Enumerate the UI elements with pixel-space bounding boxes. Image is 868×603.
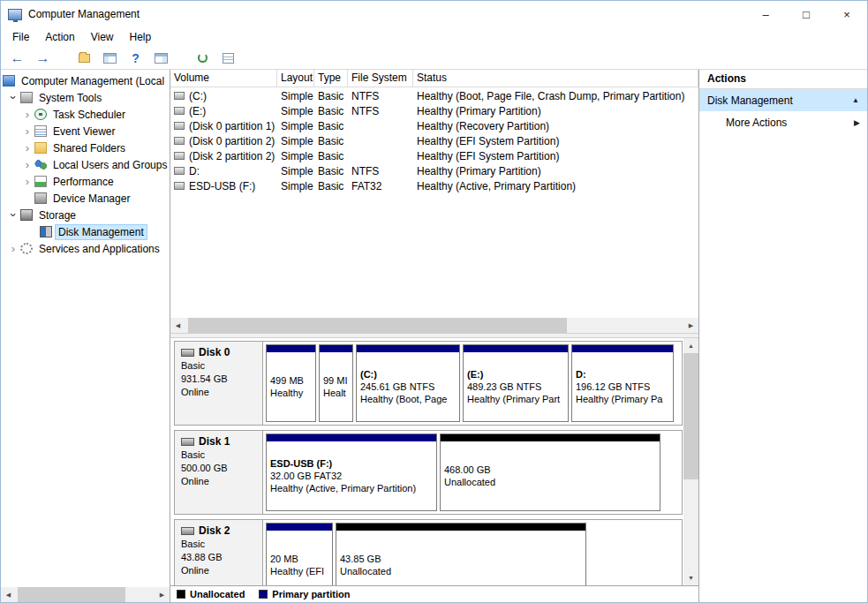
partition[interactable]: 468.00 GB Unallocated	[440, 433, 660, 511]
volume-icon	[174, 167, 185, 175]
expander-icon[interactable]	[20, 159, 34, 170]
actions-item-disk-management[interactable]: Disk Management ▲	[699, 89, 867, 111]
expander-icon[interactable]	[20, 142, 34, 154]
tree-item[interactable]: System Tools	[1, 89, 170, 106]
expander-icon[interactable]	[20, 109, 34, 120]
partition[interactable]: 499 MB Healthy	[266, 344, 316, 422]
disk-name: Disk 0	[199, 346, 230, 359]
volume-name: (E:)	[189, 105, 206, 117]
tree-item[interactable]: Shared Folders	[1, 139, 170, 156]
close-button[interactable]: ×	[826, 1, 867, 27]
legend-swatch	[177, 590, 185, 599]
actions-item-more-actions[interactable]: More Actions ▶	[699, 111, 867, 133]
menubar: File Action View Help	[1, 27, 867, 47]
tree-item[interactable]: Event Viewer	[1, 123, 170, 139]
scroll-left-icon[interactable]: ◀	[170, 318, 185, 333]
disk-size: 500.00 GB	[181, 462, 256, 475]
back-button[interactable]: ←	[6, 49, 28, 68]
column-header-file-system[interactable]: File System	[348, 70, 413, 87]
partition-line-2: Healthy (EFI	[270, 565, 328, 577]
disk-drive-icon	[181, 527, 194, 535]
help-icon: ?	[132, 51, 140, 65]
volume-row[interactable]: (Disk 2 partition 2) Simple Basic Health…	[170, 148, 698, 163]
show-hide-action-pane-button[interactable]	[150, 49, 172, 68]
partition[interactable]: 99 MI Healt	[319, 344, 353, 422]
menu-item[interactable]: File	[4, 29, 37, 45]
partition[interactable]: ESD-USB (F:) 32.00 GB FAT32 Healthy (Act…	[266, 433, 437, 511]
disk-management-icon	[40, 226, 52, 237]
volume-row[interactable]: (Disk 0 partition 2) Simple Basic Health…	[170, 133, 698, 148]
maximize-button[interactable]: □	[786, 1, 826, 27]
scrollbar-thumb[interactable]	[188, 318, 567, 333]
disk2-header[interactable]: Disk 2 Basic 43.88 GB Online	[175, 520, 263, 585]
partition-line-1: 43.85 GB	[340, 553, 582, 565]
properties-button[interactable]	[217, 49, 239, 68]
expander-icon[interactable]	[20, 176, 34, 187]
partition-color-bar	[267, 434, 436, 441]
scroll-right-icon[interactable]: ▶	[155, 587, 170, 602]
disk1-header[interactable]: Disk 1 Basic 500.00 GB Online	[175, 431, 263, 514]
disk0-header[interactable]: Disk 0 Basic 931.54 GB Online	[175, 342, 263, 425]
system-tools-icon	[20, 92, 33, 103]
volume-row[interactable]: ESD-USB (F:) Simple Basic FAT32 Healthy …	[170, 178, 698, 193]
up-level-button[interactable]	[73, 49, 95, 68]
menu-item[interactable]: Help	[122, 29, 160, 45]
tree-item[interactable]: Performance	[1, 173, 170, 190]
scroll-up-icon[interactable]: ▲	[683, 338, 698, 353]
column-header-type[interactable]: Type	[314, 70, 348, 87]
tree-item[interactable]: Services and Applications	[1, 240, 170, 257]
volume-icon	[174, 137, 185, 145]
menu-item[interactable]: Action	[37, 29, 82, 45]
show-hide-console-tree-button[interactable]	[99, 49, 121, 68]
partition[interactable]: (E:) 489.23 GB NTFS Healthy (Primary Par…	[463, 344, 569, 422]
volume-list-horizontal-scrollbar[interactable]: ◀ ▶	[170, 318, 698, 333]
volume-row[interactable]: (E:) Simple Basic NTFS Healthy (Primary …	[170, 103, 698, 118]
volume-status: Healthy (Active, Primary Partition)	[413, 180, 698, 192]
main-area: Computer Management (Local System Tools …	[1, 70, 867, 602]
help-button[interactable]: ?	[125, 49, 147, 68]
partition[interactable]: 20 MB Healthy (EFI	[266, 523, 333, 585]
column-header-volume[interactable]: Volume	[170, 70, 277, 87]
disk-view-vertical-scrollbar[interactable]: ▲ ▼	[683, 338, 698, 585]
expander-icon[interactable]	[6, 243, 20, 254]
volume-icon	[174, 122, 185, 130]
tree-item[interactable]: Device Manager	[1, 190, 170, 207]
scroll-left-icon[interactable]: ◀	[1, 587, 16, 602]
column-header-layout[interactable]: Layout	[277, 70, 314, 87]
column-header-status[interactable]: Status	[413, 70, 698, 87]
collapse-section-icon[interactable]: ▲	[852, 96, 859, 104]
tree-item[interactable]: Storage	[1, 207, 170, 223]
scroll-right-icon[interactable]: ▶	[683, 318, 698, 333]
tree-item[interactable]: Disk Management	[1, 223, 170, 240]
menu-item[interactable]: View	[83, 29, 122, 45]
actions-panel: Actions Disk Management ▲ More Actions ▶	[699, 70, 867, 602]
tree-item[interactable]: Local Users and Groups	[1, 156, 170, 173]
minimize-button[interactable]: –	[745, 1, 786, 27]
scrollbar-thumb[interactable]	[18, 587, 125, 602]
tree-item[interactable]: Task Scheduler	[1, 106, 170, 123]
expander-icon[interactable]	[20, 125, 34, 137]
scrollbar-thumb[interactable]	[683, 353, 698, 479]
expander-icon[interactable]	[6, 92, 20, 103]
console-tree-panel: Computer Management (Local System Tools …	[1, 70, 170, 602]
volume-row[interactable]: (Disk 0 partition 1) Simple Basic Health…	[170, 118, 698, 133]
tree-item-label: Storage	[36, 208, 79, 222]
partition-line-1: 499 MB	[270, 374, 312, 387]
refresh-button[interactable]	[192, 49, 214, 68]
tree-horizontal-scrollbar[interactable]: ◀ ▶	[1, 587, 170, 602]
volume-layout: Simple	[277, 120, 314, 132]
scroll-down-icon[interactable]: ▼	[683, 570, 698, 585]
tree-item[interactable]: Computer Management (Local	[1, 72, 170, 89]
legend-item: Unallocated	[177, 589, 245, 599]
submenu-arrow-icon[interactable]: ▶	[854, 118, 860, 127]
volume-row[interactable]: (C:) Simple Basic NTFS Healthy (Boot, Pa…	[170, 88, 698, 103]
properties-icon	[223, 53, 234, 64]
partition[interactable]: (C:) 245.61 GB NTFS Healthy (Boot, Page	[356, 344, 460, 422]
toolbar: ← → ?	[1, 47, 867, 70]
expander-icon[interactable]	[6, 209, 20, 221]
volume-row[interactable]: D: Simple Basic NTFS Healthy (Primary Pa…	[170, 163, 698, 178]
partition[interactable]: 43.85 GB Unallocated	[336, 523, 586, 585]
volume-type: Basic	[314, 120, 348, 132]
partition[interactable]: D: 196.12 GB NTFS Healthy (Primary Pa	[571, 344, 674, 422]
forward-button[interactable]: →	[32, 49, 54, 68]
